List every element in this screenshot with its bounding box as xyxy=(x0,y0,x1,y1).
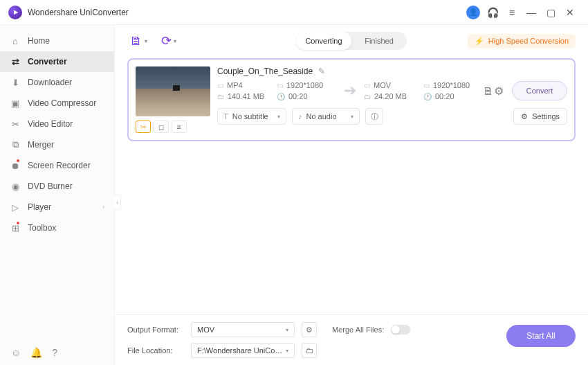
sidebar-item-label: Merger xyxy=(28,140,54,150)
notification-dot xyxy=(17,159,19,162)
video-thumbnail[interactable] xyxy=(136,66,210,116)
file-settings-button[interactable]: ⚙Settings xyxy=(513,108,567,125)
help-icon[interactable]: ? xyxy=(52,347,57,358)
app-title: Wondershare UniConverter xyxy=(28,8,129,17)
link-plus-icon: ⟳ xyxy=(161,33,172,48)
src-format: MP4 xyxy=(227,81,243,89)
chevron-right-icon: › xyxy=(102,204,104,211)
grid-icon: ⊞ xyxy=(10,223,21,233)
sidebar-item-label: Player xyxy=(28,202,51,212)
maximize-icon[interactable]: ▢ xyxy=(541,3,560,22)
output-format-label: Output Format: xyxy=(127,326,184,334)
sidebar-item-player[interactable]: ▷Player› xyxy=(0,197,114,217)
resolution-icon: ▭ xyxy=(423,82,430,89)
edit-name-icon[interactable]: ✎ xyxy=(318,66,325,76)
format-icon: ▭ xyxy=(217,82,223,89)
sidebar-item-editor[interactable]: ✂Video Editor xyxy=(0,114,114,134)
feedback-icon[interactable]: ☺ xyxy=(11,347,21,358)
trim-button[interactable]: ✂ xyxy=(136,121,151,133)
close-icon[interactable]: ✕ xyxy=(560,3,580,22)
sidebar-item-toolbox[interactable]: ⊞Toolbox xyxy=(0,217,114,238)
sidebar-item-label: Home xyxy=(28,36,50,46)
high-speed-label: High Speed Conversion xyxy=(488,37,569,45)
chevron-down-icon: ▾ xyxy=(174,38,176,44)
arrow-right-icon: ➔ xyxy=(336,82,364,100)
add-file-button[interactable]: 🗎▾ xyxy=(127,31,149,51)
minimize-icon[interactable]: — xyxy=(522,3,541,22)
folder-icon: 🗀 xyxy=(364,93,371,100)
chevron-down-icon: ▾ xyxy=(351,114,353,120)
sidebar-footer: ☺ 🔔 ? xyxy=(0,340,114,365)
tab-converting[interactable]: Converting xyxy=(296,32,351,50)
sidebar-item-merger[interactable]: ⧉Merger xyxy=(0,134,114,155)
add-url-button[interactable]: ⟳▾ xyxy=(158,31,180,51)
main-panel: ‹ 🗎▾ ⟳▾ Converting Finished ⚡ High Speed… xyxy=(115,25,588,365)
sidebar-item-home[interactable]: ⌂Home xyxy=(0,30,114,51)
chevron-down-icon: ▾ xyxy=(286,348,288,354)
disc-icon: ◉ xyxy=(10,181,21,192)
download-icon: ⬇ xyxy=(10,78,21,88)
merger-icon: ⧉ xyxy=(10,139,21,150)
subtitle-select[interactable]: TNo subtitle▾ xyxy=(217,108,286,125)
audio-icon: ♪ xyxy=(298,112,302,121)
gear-icon: ⚙ xyxy=(521,112,528,121)
sidebar-item-downloader[interactable]: ⬇Downloader xyxy=(0,72,114,93)
resolution-icon: ▭ xyxy=(277,82,283,89)
bell-icon[interactable]: 🔔 xyxy=(30,347,42,358)
dst-resolution: 1920*1080 xyxy=(433,81,470,89)
app-logo xyxy=(8,6,22,19)
scissors-icon: ✂ xyxy=(10,119,21,130)
src-size: 140.41 MB xyxy=(228,92,264,100)
sidebar-item-recorder[interactable]: ⏺Screen Recorder xyxy=(0,155,114,176)
status-tabs: Converting Finished xyxy=(296,32,407,50)
convert-button[interactable]: Convert xyxy=(512,81,567,100)
output-settings-icon[interactable]: 🗎⚙ xyxy=(483,80,504,101)
user-avatar-icon[interactable]: 👤 xyxy=(466,6,480,19)
subtitle-icon: T xyxy=(223,112,228,121)
clock-icon: 🕐 xyxy=(277,93,285,100)
src-resolution: 1920*1080 xyxy=(286,81,323,89)
open-folder-icon[interactable]: 🗀 xyxy=(302,343,317,358)
home-icon: ⌂ xyxy=(10,36,21,46)
hamburger-menu-icon[interactable]: ≡ xyxy=(502,3,522,22)
dst-size: 24.20 MB xyxy=(374,92,407,100)
headset-icon[interactable]: 🎧 xyxy=(483,3,502,22)
converter-icon: ⇄ xyxy=(10,57,21,67)
dst-duration: 00:20 xyxy=(435,92,454,100)
toolbar: 🗎▾ ⟳▾ Converting Finished ⚡ High Speed C… xyxy=(115,25,588,57)
merge-toggle[interactable] xyxy=(391,325,410,335)
compressor-icon: ▣ xyxy=(10,98,21,109)
file-name: Couple_On_The_Seaside xyxy=(217,66,313,76)
dst-format: MOV xyxy=(374,81,391,89)
start-all-button[interactable]: Start All xyxy=(506,325,576,347)
tab-finished[interactable]: Finished xyxy=(351,32,407,50)
sidebar-item-label: Video Editor xyxy=(28,119,73,129)
sidebar-item-label: Toolbox xyxy=(28,223,56,233)
sidebar-item-dvd[interactable]: ◉DVD Burner xyxy=(0,176,114,197)
play-icon: ▷ xyxy=(10,202,21,213)
crop-button[interactable]: ◻ xyxy=(154,121,169,133)
high-speed-conversion-button[interactable]: ⚡ High Speed Conversion xyxy=(468,34,576,48)
audio-select[interactable]: ♪No audio▾ xyxy=(292,108,360,125)
file-location-label: File Location: xyxy=(127,346,184,355)
src-duration: 00:20 xyxy=(288,92,308,100)
thumb-tools: ✂ ◻ ≡ xyxy=(136,121,210,133)
info-button[interactable]: ⓘ xyxy=(365,108,383,125)
sidebar-collapse-handle[interactable]: ‹ xyxy=(114,195,121,210)
format-icon: ▭ xyxy=(364,82,370,89)
file-location-select[interactable]: F:\Wondershare UniConverter▾ xyxy=(191,343,295,358)
sidebar-item-label: Screen Recorder xyxy=(28,161,91,170)
sidebar-nav: ⌂Home ⇄Converter ⬇Downloader ▣Video Comp… xyxy=(0,25,114,340)
sidebar-item-converter[interactable]: ⇄Converter xyxy=(0,51,114,72)
notification-dot xyxy=(17,222,19,224)
effects-button[interactable]: ≡ xyxy=(172,121,187,133)
sidebar-item-label: Video Compressor xyxy=(28,98,96,108)
output-format-select[interactable]: MOV▾ xyxy=(191,322,295,337)
sidebar-item-compressor[interactable]: ▣Video Compressor xyxy=(0,93,114,114)
sidebar-item-label: Downloader xyxy=(28,78,72,87)
sidebar: ⌂Home ⇄Converter ⬇Downloader ▣Video Comp… xyxy=(0,25,115,365)
record-icon: ⏺ xyxy=(10,161,21,171)
format-settings-icon[interactable]: ⚙ xyxy=(302,322,317,337)
sidebar-item-label: DVD Burner xyxy=(28,181,73,191)
sidebar-item-label: Converter xyxy=(28,57,67,66)
